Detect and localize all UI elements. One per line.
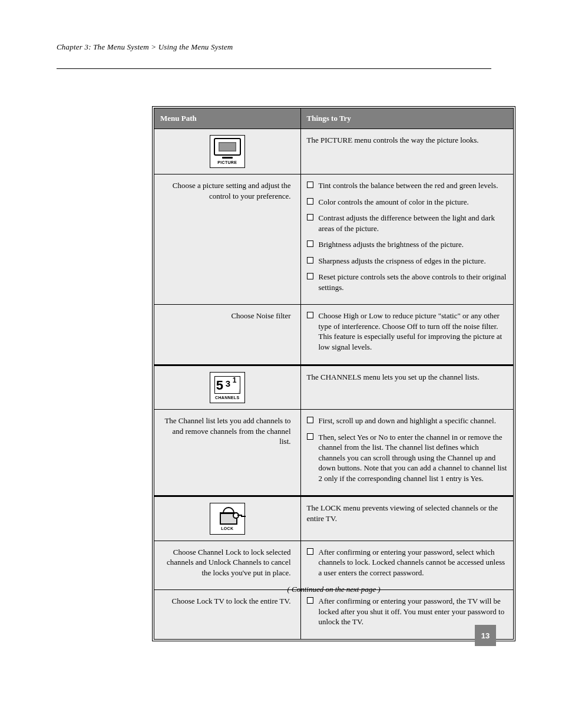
bullet-list: After confirming or entering your passwo… xyxy=(307,547,508,578)
table-row: Choose a picture setting and adjust the … xyxy=(154,174,513,304)
list-item: Then, select Yes or No to enter the chan… xyxy=(307,432,508,484)
row-label: Choose Channel Lock to lock selected cha… xyxy=(154,541,300,590)
section-picture-desc: The PICTURE menu controls the way the pi… xyxy=(300,129,513,174)
table-row: The Channel list lets you add channels t… xyxy=(154,409,513,496)
continued-note: ( Continued on the next page ) xyxy=(152,584,515,594)
page-header: Chapter 3: The Menu System > Using the M… xyxy=(57,42,491,69)
row-label: Choose Lock TV to lock the entire TV. xyxy=(154,590,300,639)
page-number: 13 xyxy=(475,625,496,646)
list-item: Tint controls the balance between the re… xyxy=(307,180,508,191)
menu-table: Menu Path Things to Try PICTURE The PICT… xyxy=(152,106,515,641)
bullet-list: First, scroll up and down and highlight … xyxy=(307,416,508,483)
row-label: Choose Noise filter xyxy=(154,305,300,365)
section-lock-desc: The LOCK menu prevents viewing of select… xyxy=(300,496,513,541)
table-head-row: Menu Path Things to Try xyxy=(154,108,513,129)
bullet-list: Tint controls the balance between the re… xyxy=(307,180,508,292)
row-label: Choose a picture setting and adjust the … xyxy=(154,174,300,304)
channels-icon: 531 CHANNELS xyxy=(210,372,245,403)
picture-icon: PICTURE xyxy=(210,135,245,168)
list-item: Reset picture controls sets the above co… xyxy=(307,272,508,292)
table-row: Choose Lock TV to lock the entire TV. Af… xyxy=(154,590,513,639)
list-item: First, scroll up and down and highlight … xyxy=(307,416,508,426)
row-label: The Channel list lets you add channels t… xyxy=(154,409,300,496)
col-header-menu-path: Menu Path xyxy=(154,108,300,129)
list-item: Contrast adjusts the difference between … xyxy=(307,213,508,233)
list-item: After confirming or entering your passwo… xyxy=(307,596,508,627)
header-rule xyxy=(57,68,491,69)
breadcrumb: Chapter 3: The Menu System > Using the M… xyxy=(57,42,491,52)
list-item: Brightness adjusts the brightness of the… xyxy=(307,239,508,250)
lock-icon: LOCK xyxy=(210,503,245,534)
section-picture-head: PICTURE The PICTURE menu controls the wa… xyxy=(154,129,513,174)
section-lock-head: LOCK The LOCK menu prevents viewing of s… xyxy=(154,496,513,541)
bullet-list: Choose High or Low to reduce picture "st… xyxy=(307,311,508,352)
list-item: After confirming or entering your passwo… xyxy=(307,547,508,578)
table-row: Choose Noise filter Choose High or Low t… xyxy=(154,305,513,365)
section-channels-desc: The CHANNELS menu lets you set up the ch… xyxy=(300,365,513,409)
section-channels-head: 531 CHANNELS The CHANNELS menu lets you … xyxy=(154,365,513,409)
col-header-things-to-try: Things to Try xyxy=(300,108,513,129)
list-item: Color controls the amount of color in th… xyxy=(307,197,508,207)
list-item: Choose High or Low to reduce picture "st… xyxy=(307,311,508,352)
bullet-list: After confirming or entering your passwo… xyxy=(307,596,508,627)
table-row: Choose Channel Lock to lock selected cha… xyxy=(154,541,513,590)
list-item: Sharpness adjusts the crispness of edges… xyxy=(307,256,508,266)
